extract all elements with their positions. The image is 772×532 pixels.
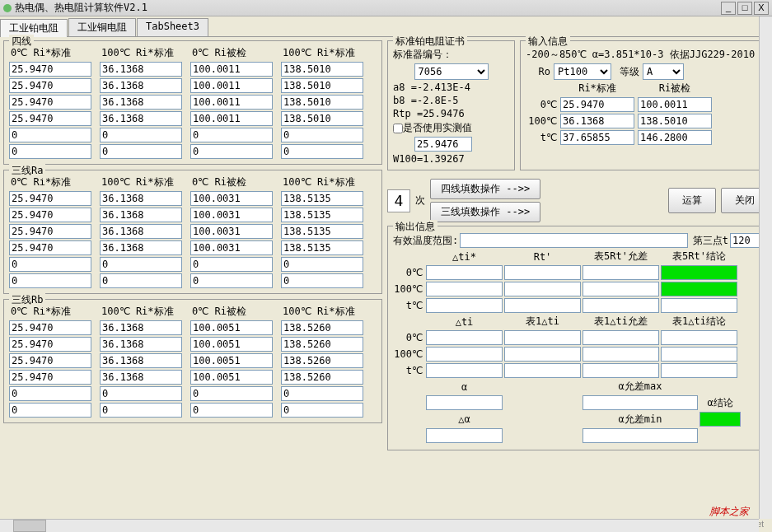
data-input[interactable] [190, 224, 273, 239]
data-input[interactable] [100, 224, 182, 239]
calculate-button[interactable]: 运算 [668, 188, 716, 213]
data-input[interactable] [281, 337, 363, 352]
data-input[interactable] [9, 128, 91, 142]
data-input[interactable] [100, 95, 182, 110]
data-input[interactable] [190, 208, 273, 222]
data-input[interactable] [9, 191, 91, 206]
data-input[interactable] [100, 111, 182, 126]
data-input[interactable] [9, 273, 91, 288]
vertical-scrollbar[interactable] [759, 16, 772, 519]
ro-select[interactable]: Pt100 [554, 63, 611, 80]
data-input[interactable] [281, 208, 363, 222]
data-input[interactable] [100, 191, 182, 206]
data-input[interactable] [9, 62, 91, 77]
maximize-button[interactable]: □ [737, 2, 752, 15]
data-input[interactable] [190, 128, 273, 142]
std-t-input[interactable] [560, 130, 634, 145]
std-0-input[interactable] [560, 97, 634, 112]
data-input[interactable] [281, 111, 363, 126]
data-input[interactable] [100, 337, 182, 352]
data-input[interactable] [190, 111, 273, 126]
data-input[interactable] [9, 240, 91, 255]
data-input[interactable] [9, 208, 91, 222]
data-input[interactable] [281, 95, 363, 110]
data-input[interactable] [100, 353, 182, 368]
data-input[interactable] [100, 320, 182, 335]
data-input[interactable] [281, 62, 363, 77]
data-input[interactable] [190, 144, 273, 159]
data-input[interactable] [100, 62, 182, 77]
use-measured-checkbox[interactable] [393, 124, 403, 133]
data-input[interactable] [281, 403, 363, 418]
data-input[interactable] [9, 257, 91, 272]
data-input[interactable] [190, 337, 273, 352]
data-input[interactable] [190, 95, 273, 110]
data-input[interactable] [190, 370, 273, 385]
data-input[interactable] [190, 191, 273, 206]
data-input[interactable] [190, 353, 273, 368]
data-input[interactable] [190, 240, 273, 255]
data-input[interactable] [281, 386, 363, 401]
data-input[interactable] [281, 128, 363, 142]
data-input[interactable] [281, 370, 363, 385]
data-input[interactable] [190, 273, 273, 288]
data-input[interactable] [100, 128, 182, 142]
data-input[interactable] [190, 403, 273, 418]
data-input[interactable] [9, 337, 91, 352]
chk-0-input[interactable] [638, 97, 712, 112]
data-input[interactable] [9, 78, 91, 93]
column-header: 100℃ Ri*标准 [281, 175, 363, 189]
serial-select[interactable]: 7056 [414, 63, 489, 80]
data-input[interactable] [100, 78, 182, 93]
fill-3wire-button[interactable]: 三线填数操作 -->> [430, 202, 540, 222]
data-input[interactable] [190, 62, 273, 77]
column-header: 100℃ Ri*标准 [100, 305, 182, 319]
data-input[interactable] [9, 386, 91, 401]
data-input[interactable] [100, 208, 182, 222]
data-input[interactable] [100, 257, 182, 272]
chk-t-input[interactable] [638, 130, 712, 145]
close-button[interactable]: X [754, 2, 769, 15]
minimize-button[interactable]: _ [721, 2, 736, 15]
scroll-thumb[interactable] [13, 520, 46, 532]
data-input[interactable] [190, 257, 273, 272]
data-input[interactable] [281, 273, 363, 288]
grade-select[interactable]: A [643, 63, 684, 80]
data-input[interactable] [9, 144, 91, 159]
data-input[interactable] [100, 403, 182, 418]
data-input[interactable] [190, 78, 273, 93]
data-input[interactable] [281, 257, 363, 272]
data-input[interactable] [9, 403, 91, 418]
data-input[interactable] [100, 273, 182, 288]
data-input[interactable] [281, 353, 363, 368]
data-input[interactable] [100, 370, 182, 385]
data-input[interactable] [281, 320, 363, 335]
data-input[interactable] [9, 353, 91, 368]
tab-sheet3[interactable]: TabSheet3 [137, 18, 208, 36]
data-input[interactable] [9, 370, 91, 385]
data-input[interactable] [9, 320, 91, 335]
third-point-input[interactable] [730, 233, 763, 248]
data-input[interactable] [100, 240, 182, 255]
data-input[interactable] [281, 240, 363, 255]
column-header: 0℃ Ri被检 [190, 46, 273, 60]
data-input[interactable] [281, 224, 363, 239]
data-input[interactable] [100, 144, 182, 159]
tab-copper[interactable]: 工业铜电阻 [68, 18, 136, 36]
data-input[interactable] [190, 386, 273, 401]
data-input[interactable] [9, 95, 91, 110]
data-input[interactable] [281, 191, 363, 206]
data-input[interactable] [281, 144, 363, 159]
data-input[interactable] [9, 111, 91, 126]
data-input[interactable] [100, 386, 182, 401]
measured-input[interactable] [414, 137, 472, 152]
chk-100-input[interactable] [638, 114, 712, 128]
data-input[interactable] [190, 320, 273, 335]
fill-4wire-button[interactable]: 四线填数操作 -->> [430, 179, 540, 199]
std-100-input[interactable] [560, 114, 634, 128]
rtp-value: 25.9476 [423, 108, 465, 119]
output-cell [426, 265, 503, 280]
horizontal-scrollbar[interactable] [0, 519, 759, 532]
data-input[interactable] [281, 78, 363, 93]
data-input[interactable] [9, 224, 91, 239]
